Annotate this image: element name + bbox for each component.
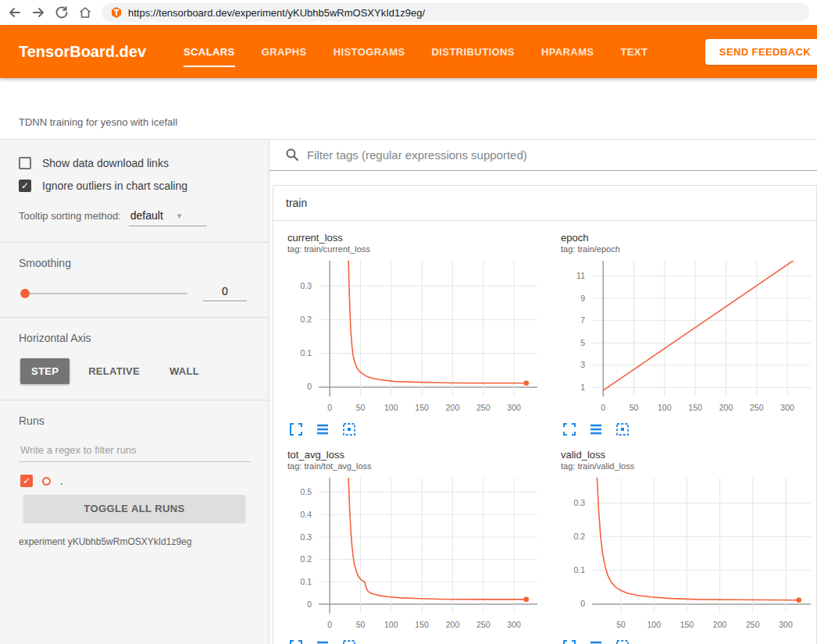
tab-scalars[interactable]: SCALARS <box>184 25 235 78</box>
axis-wall-button[interactable]: WALL <box>159 358 210 384</box>
line-chart[interactable]: 00.10.20.30.40.5050100150200250300 <box>283 474 542 635</box>
divider <box>0 242 269 243</box>
svg-text:0.1: 0.1 <box>300 577 312 586</box>
line-chart[interactable]: 1357911050100150200250300 <box>556 257 815 418</box>
lines-icon[interactable] <box>316 422 330 436</box>
svg-text:9: 9 <box>580 294 585 303</box>
svg-text:7: 7 <box>580 315 585 325</box>
svg-text:200: 200 <box>713 620 727 629</box>
svg-text:50: 50 <box>616 620 626 629</box>
app-title: TensorBoard.dev <box>19 43 146 61</box>
svg-text:300: 300 <box>507 620 521 629</box>
svg-text:150: 150 <box>680 620 694 629</box>
svg-text:0: 0 <box>580 599 585 608</box>
tab-hparams[interactable]: HPARAMS <box>541 25 594 78</box>
svg-text:0.1: 0.1 <box>300 348 312 358</box>
tensorboard-favicon-icon <box>111 7 122 18</box>
svg-text:300: 300 <box>779 620 793 629</box>
address-bar[interactable]: https://tensorboard.dev/experiment/yKUbh… <box>102 3 809 22</box>
forward-icon[interactable] <box>31 5 45 20</box>
tab-histograms[interactable]: HISTOGRAMS <box>334 25 405 78</box>
slider-thumb[interactable] <box>20 289 30 298</box>
chart-title: tot_avg_loss <box>287 449 548 461</box>
smoothing-slider[interactable] <box>22 293 187 294</box>
chart-toolbar <box>556 635 817 644</box>
run-row[interactable]: ✓ . <box>20 475 250 487</box>
checkbox-label: Ignore outliers in chart scaling <box>42 180 187 192</box>
tooltip-sorting-dropdown[interactable]: default ▾ <box>129 209 207 226</box>
chart-tag: tag: train/epoch <box>561 244 817 254</box>
line-chart[interactable]: 00.10.20.350100150200250300 <box>556 474 815 635</box>
dropdown-caret-icon: ▾ <box>177 211 182 221</box>
svg-text:3: 3 <box>580 360 585 369</box>
dropdown-value: default <box>130 209 163 222</box>
svg-text:0.3: 0.3 <box>300 281 312 290</box>
svg-text:0: 0 <box>327 403 332 412</box>
search-icon <box>285 148 299 162</box>
chart-toolbar <box>556 418 817 438</box>
fit-domain-icon[interactable] <box>615 639 630 644</box>
fit-domain-icon[interactable] <box>342 422 356 436</box>
svg-text:200: 200 <box>446 620 460 629</box>
svg-text:0.2: 0.2 <box>300 554 312 564</box>
tag-group-card: train current_loss tag: train/current_lo… <box>273 185 817 644</box>
svg-text:0.2: 0.2 <box>300 315 312 324</box>
expand-chart-icon[interactable] <box>289 639 303 644</box>
svg-text:250: 250 <box>476 403 491 412</box>
svg-text:250: 250 <box>750 403 764 412</box>
ignore-outliers-checkbox[interactable]: ✓ Ignore outliers in chart scaling <box>19 180 250 192</box>
chart-toolbar <box>283 635 548 644</box>
svg-text:150: 150 <box>415 403 429 412</box>
tab-distributions[interactable]: DISTRIBUTIONS <box>432 25 515 78</box>
runs-filter-input[interactable] <box>19 441 250 462</box>
divider <box>0 400 269 400</box>
toggle-all-runs-button[interactable]: TOGGLE ALL RUNS <box>23 495 245 522</box>
svg-text:250: 250 <box>746 620 760 629</box>
chart-toolbar <box>283 418 548 438</box>
svg-text:150: 150 <box>415 620 429 629</box>
expand-chart-icon[interactable] <box>562 639 576 644</box>
smoothing-label: Smoothing <box>19 257 250 269</box>
tag-group-title[interactable]: train <box>273 186 816 221</box>
smoothing-value-input[interactable]: 0 <box>203 285 247 301</box>
axis-relative-button[interactable]: RELATIVE <box>77 358 151 384</box>
home-icon[interactable] <box>78 5 92 20</box>
experiment-id-note: experiment yKUbhb5wRmOSXYkId1z9eg <box>19 536 250 547</box>
filter-tags-row <box>269 140 817 171</box>
svg-text:100: 100 <box>648 620 662 629</box>
expand-chart-icon[interactable] <box>562 422 576 436</box>
axis-step-button[interactable]: STEP <box>20 358 70 384</box>
chart-card-valid-loss: valid_loss tag: train/valid_loss 00.10.2… <box>556 449 817 644</box>
content: Show data download links ✓ Ignore outlie… <box>0 139 817 644</box>
svg-text:100: 100 <box>384 620 398 629</box>
line-chart[interactable]: 00.10.20.3050100150200250300 <box>283 257 542 418</box>
divider <box>0 317 269 318</box>
horizontal-axis-label: Horizontal Axis <box>19 332 250 344</box>
run-checkbox-icon[interactable]: ✓ <box>20 475 33 487</box>
svg-text:5: 5 <box>580 338 585 347</box>
tab-text[interactable]: TEXT <box>620 25 648 78</box>
svg-text:50: 50 <box>630 403 639 412</box>
expand-chart-icon[interactable] <box>289 422 303 436</box>
send-feedback-button[interactable]: SEND FEEDBACK <box>705 39 817 65</box>
lines-icon[interactable] <box>589 422 603 436</box>
horizontal-axis-buttons: STEP RELATIVE WALL <box>20 358 250 384</box>
fit-domain-icon[interactable] <box>615 422 630 436</box>
back-icon[interactable] <box>8 5 22 20</box>
svg-text:50: 50 <box>356 403 366 412</box>
tooltip-sorting-label: Tooltip sorting method: <box>19 210 121 222</box>
lines-icon[interactable] <box>589 639 603 644</box>
browser-chrome: https://tensorboard.dev/experiment/yKUbh… <box>0 0 817 25</box>
lines-icon[interactable] <box>316 639 330 644</box>
run-name: . <box>60 475 63 487</box>
svg-text:1: 1 <box>580 382 585 392</box>
svg-text:300: 300 <box>507 403 521 412</box>
svg-text:100: 100 <box>658 403 672 412</box>
filter-tags-input[interactable] <box>307 148 817 162</box>
reload-icon[interactable] <box>55 5 69 20</box>
fit-domain-icon[interactable] <box>342 639 356 644</box>
svg-text:200: 200 <box>719 403 733 412</box>
tab-graphs[interactable]: GRAPHS <box>262 25 307 78</box>
svg-text:0.3: 0.3 <box>300 532 312 542</box>
show-download-links-checkbox[interactable]: Show data download links <box>19 157 250 169</box>
